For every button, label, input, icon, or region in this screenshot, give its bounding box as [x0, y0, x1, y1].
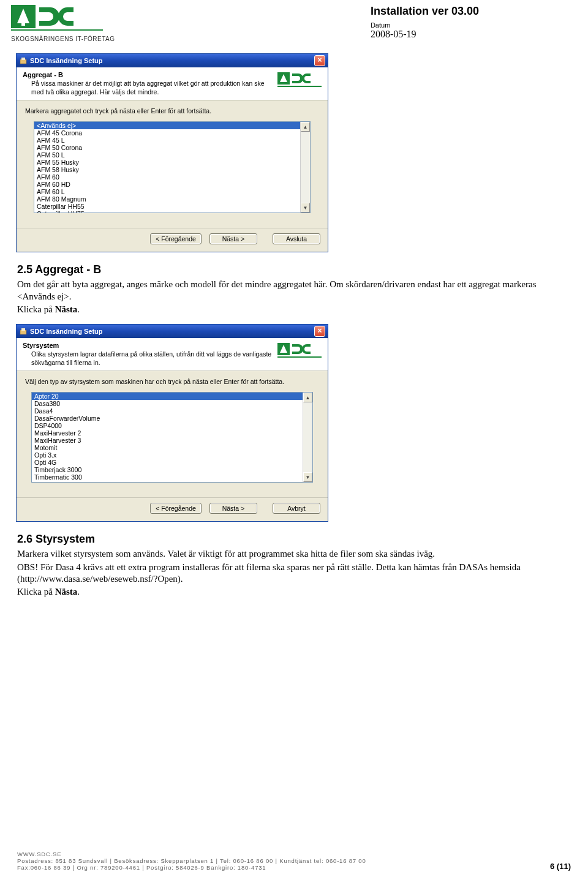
text: .: [77, 587, 80, 597]
listbox-wrap: Aptor 20 Dasa380 Dasa4 DasaForwarderVolu…: [31, 392, 313, 483]
list-item[interactable]: AFM 50 L: [34, 151, 300, 159]
list-item[interactable]: AFM 60 HD: [34, 181, 300, 188]
svg-rect-13: [277, 356, 322, 358]
footer-www: WWW.SDC.SE: [17, 851, 571, 857]
dialog-aggregat-b: SDC Insändning Setup × Aggregat - B På v…: [16, 53, 328, 252]
header-meta: Installation ver 03.00 Datum 2008-05-19: [371, 5, 479, 40]
list-item[interactable]: Opti 3.x: [32, 451, 303, 459]
titlebar[interactable]: SDC Insändning Setup ×: [17, 54, 328, 67]
svg-rect-5: [21, 58, 25, 60]
list-item[interactable]: Aptor 20: [32, 393, 303, 400]
dialog-instruction: Välj den typ av styrsystem som maskinen …: [25, 377, 319, 386]
styrsystem-listbox[interactable]: Aptor 20 Dasa380 Dasa4 DasaForwarderVolu…: [32, 393, 303, 482]
close-button[interactable]: ×: [314, 326, 325, 337]
scroll-track[interactable]: [301, 132, 310, 203]
scroll-up-icon[interactable]: ▲: [303, 393, 312, 402]
svg-rect-3: [11, 29, 103, 31]
logo-block: SKOGSNÄRINGENS IT-FÖRETAG: [11, 5, 115, 42]
cancel-button[interactable]: Avbryt: [273, 503, 320, 514]
footer-line1: Postadress: 851 83 Sundsvall | Besöksadr…: [17, 857, 571, 864]
section-2-6: 2.6 Styrsystem Markera vilket styrsystem…: [17, 533, 571, 598]
page-footer: WWW.SDC.SE Postadress: 851 83 Sundsvall …: [17, 851, 571, 871]
dialog-section-title: Aggregat - B: [23, 71, 273, 78]
svg-rect-4: [20, 59, 26, 64]
scrollbar[interactable]: ▲ ▼: [300, 122, 310, 213]
list-item[interactable]: AFM 55 Husky: [34, 159, 300, 166]
scroll-down-icon[interactable]: ▼: [303, 472, 312, 482]
list-item[interactable]: Timbermatic 700: [32, 481, 303, 482]
list-item[interactable]: AFM 80 Magnum: [34, 195, 300, 203]
scroll-track[interactable]: [303, 402, 312, 472]
text-bold: Nästa: [55, 304, 78, 314]
section-heading: 2.6 Styrsystem: [17, 533, 571, 546]
datum-label: Datum: [371, 21, 479, 29]
section-text: Klicka på Nästa.: [17, 304, 571, 315]
button-row: < Föregående Nästa > Avbryt: [17, 498, 328, 521]
scrollbar[interactable]: ▲ ▼: [303, 393, 312, 482]
list-item[interactable]: DasaForwarderVolume: [32, 415, 303, 422]
datum-value: 2008-05-19: [371, 29, 479, 40]
page-number: 6 (11): [550, 862, 571, 871]
list-item[interactable]: AFM 60 L: [34, 188, 300, 195]
close-button[interactable]: ×: [314, 55, 325, 66]
listbox-wrap: <Används ej> AFM 45 Corona AFM 45 L AFM …: [34, 121, 311, 213]
list-item[interactable]: Dasa380: [32, 400, 303, 407]
list-item[interactable]: AFM 58 Husky: [34, 166, 300, 173]
list-item[interactable]: MaxiHarvester 3: [32, 437, 303, 444]
list-item[interactable]: Dasa4: [32, 407, 303, 415]
svg-rect-2: [21, 22, 25, 26]
footer-line2: Fax:060-16 86 39 | Org nr: 789200-4461 |…: [17, 864, 571, 871]
list-item[interactable]: AFM 60: [34, 173, 300, 181]
back-button[interactable]: < Föregående: [150, 233, 202, 244]
list-item[interactable]: <Används ej>: [34, 122, 300, 129]
dialog-section-title: Styrsystem: [23, 342, 273, 349]
list-item[interactable]: Motomit: [32, 444, 303, 451]
sdc-small-logo-icon: [277, 343, 322, 367]
dialog-section-desc: Olika styrsystem lagrar datafilerna på o…: [23, 350, 273, 367]
titlebar-title: SDC Insändning Setup: [30, 57, 103, 64]
section-heading: 2.5 Aggregat - B: [17, 263, 571, 276]
dialog-header-panel: Aggregat - B På vissa maskiner är det mö…: [17, 67, 328, 100]
titlebar[interactable]: SDC Insändning Setup ×: [17, 325, 328, 338]
next-button[interactable]: Nästa >: [209, 233, 257, 244]
dialog-instruction: Markera aggregatet och tryck på nästa el…: [25, 107, 319, 115]
dialog-body: Välj den typ av styrsystem som maskinen …: [17, 371, 328, 486]
list-item[interactable]: AFM 45 L: [34, 137, 300, 144]
text: Klicka på: [17, 304, 55, 314]
list-item[interactable]: Caterpillar HH75: [34, 210, 300, 213]
list-item[interactable]: MaxiHarvester 2: [32, 429, 303, 437]
section-2-5: 2.5 Aggregat - B Om det går att byta agg…: [17, 263, 571, 315]
svg-rect-10: [21, 328, 25, 331]
installer-icon: [19, 56, 28, 65]
aggregat-listbox[interactable]: <Används ej> AFM 45 Corona AFM 45 L AFM …: [34, 122, 300, 213]
text-bold: Nästa: [55, 587, 78, 597]
button-row: < Föregående Nästa > Avsluta: [17, 228, 328, 252]
doc-title: Installation ver 03.00: [371, 5, 479, 18]
cancel-button[interactable]: Avsluta: [273, 233, 320, 244]
titlebar-title: SDC Insändning Setup: [30, 328, 103, 335]
list-item[interactable]: Caterpillar HH55: [34, 203, 300, 210]
list-item[interactable]: DSP4000: [32, 422, 303, 429]
svg-rect-9: [20, 330, 26, 334]
page-header: SKOGSNÄRINGENS IT-FÖRETAG Installation v…: [0, 0, 588, 45]
list-item[interactable]: AFM 45 Corona: [34, 129, 300, 137]
back-button[interactable]: < Föregående: [150, 503, 202, 514]
section-text: Om det går att byta aggregat, anges märk…: [17, 279, 571, 302]
list-item[interactable]: AFM 50 Corona: [34, 144, 300, 151]
scroll-up-icon[interactable]: ▲: [301, 122, 310, 132]
section-text: Klicka på Nästa.: [17, 586, 571, 598]
dialog-header-panel: Styrsystem Olika styrsystem lagrar dataf…: [17, 338, 328, 371]
text: Klicka på: [17, 587, 55, 597]
dialog-body: Markera aggregatet och tryck på nästa el…: [17, 100, 328, 217]
svg-rect-8: [277, 86, 322, 87]
dialog-styrsystem: SDC Insändning Setup × Styrsystem Olika …: [16, 324, 328, 522]
list-item[interactable]: Opti 4G: [32, 459, 303, 466]
scroll-down-icon[interactable]: ▼: [301, 203, 310, 213]
next-button[interactable]: Nästa >: [209, 503, 257, 514]
sdc-logo-icon: [11, 5, 103, 34]
list-item[interactable]: Timbermatic 300: [32, 473, 303, 481]
section-text: OBS! För Dasa 4 krävs att ett extra prog…: [17, 562, 571, 585]
section-text: Markera vilket styrsystem som används. V…: [17, 548, 571, 560]
list-item[interactable]: Timberjack 3000: [32, 466, 303, 473]
sdc-small-logo-icon: [277, 72, 322, 96]
